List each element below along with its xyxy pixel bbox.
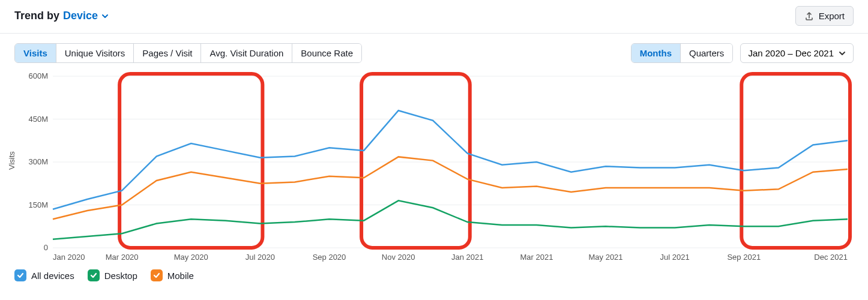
chevron-down-icon <box>839 50 846 57</box>
svg-text:Jan 2021: Jan 2021 <box>451 253 484 262</box>
export-button[interactable]: Export <box>795 6 854 26</box>
date-range-picker[interactable]: Jan 2020 – Dec 2021 <box>740 43 854 63</box>
granularity-quarters[interactable]: Quarters <box>681 44 732 62</box>
trend-by-dropdown[interactable]: Device <box>63 10 109 22</box>
tab-unique-visitors[interactable]: Unique Visitors <box>56 44 134 62</box>
svg-text:450M: 450M <box>28 115 48 124</box>
svg-rect-24 <box>741 74 850 248</box>
legend-label: Mobile <box>167 271 194 281</box>
svg-text:May 2020: May 2020 <box>174 253 208 262</box>
svg-text:Mar 2020: Mar 2020 <box>106 253 139 262</box>
checkbox-icon <box>88 269 100 281</box>
svg-text:Jul 2021: Jul 2021 <box>660 253 690 262</box>
tab-visits[interactable]: Visits <box>15 44 56 62</box>
chart: 0150M300M450M600MJan 2020Mar 2020May 202… <box>14 68 854 266</box>
date-range-label: Jan 2020 – Dec 2021 <box>748 48 834 58</box>
svg-rect-23 <box>361 74 470 248</box>
checkbox-icon <box>14 269 26 281</box>
trend-by-label: Device <box>63 10 98 22</box>
tab-pages-per-visit[interactable]: Pages / Visit <box>134 44 201 62</box>
page-title-prefix: Trend by <box>14 10 59 22</box>
svg-text:Jul 2020: Jul 2020 <box>246 253 275 262</box>
legend-label: All devices <box>31 271 74 281</box>
metric-tabs: Visits Unique Visitors Pages / Visit Avg… <box>14 43 362 63</box>
svg-text:600M: 600M <box>28 71 48 80</box>
granularity-tabs: Months Quarters <box>631 43 734 63</box>
svg-text:150M: 150M <box>28 200 48 209</box>
svg-text:Mar 2021: Mar 2021 <box>520 253 553 262</box>
upload-icon <box>804 11 814 21</box>
checkbox-icon <box>151 269 163 281</box>
y-axis-label: Visits <box>7 151 16 170</box>
svg-text:Nov 2020: Nov 2020 <box>382 253 415 262</box>
granularity-months[interactable]: Months <box>631 44 681 62</box>
tab-avg-visit-duration[interactable]: Avg. Visit Duration <box>201 44 292 62</box>
chevron-down-icon <box>101 13 109 20</box>
tab-bounce-rate[interactable]: Bounce Rate <box>292 44 361 62</box>
svg-text:Jan 2020: Jan 2020 <box>53 253 85 262</box>
svg-text:Sep 2020: Sep 2020 <box>313 253 346 262</box>
legend-item-mobile[interactable]: Mobile <box>151 269 194 281</box>
svg-text:0: 0 <box>44 243 48 252</box>
svg-text:Sep 2021: Sep 2021 <box>727 253 761 262</box>
legend-label: Desktop <box>104 271 137 281</box>
legend: All devices Desktop Mobile <box>0 266 868 285</box>
svg-text:May 2021: May 2021 <box>588 253 622 262</box>
legend-item-all-devices[interactable]: All devices <box>14 269 74 281</box>
svg-text:Dec 2021: Dec 2021 <box>814 253 848 262</box>
svg-text:300M: 300M <box>28 157 48 166</box>
export-label: Export <box>819 11 845 21</box>
legend-item-desktop[interactable]: Desktop <box>88 269 137 281</box>
